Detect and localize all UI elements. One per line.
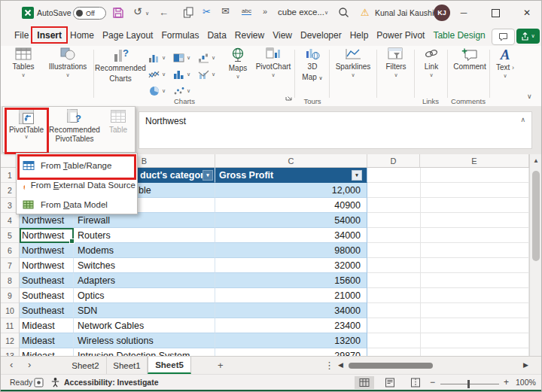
ribbon-collapse-chevron[interactable]: ∨ [527,93,532,100]
combo-chart-button[interactable]: ∨ [198,67,221,81]
quick-access-overflow[interactable]: » [263,8,267,16]
cell-value[interactable]: 32000 [215,258,367,273]
row-number[interactable]: 9 [1,288,20,303]
cell-product[interactable]: Wireless solutions [74,333,215,348]
histogram-chart-button[interactable]: ∨ [173,67,196,81]
maximize-button[interactable] [486,5,505,20]
tab-table-design[interactable]: Table Design [433,30,485,41]
charts-dialog-launcher[interactable] [285,94,292,101]
cell-region[interactable]: Mideast [20,333,74,348]
cell-value[interactable]: 40900 [215,198,367,213]
cell-value[interactable]: 13200 [215,333,367,348]
recommended-charts-button[interactable]: ? Recommended Charts [96,47,145,96]
column-chart-button[interactable]: ∨ [148,50,171,65]
waterfall-chart-button[interactable]: ∨ [198,50,221,65]
cell-product[interactable]: Switches [74,258,215,273]
sheetbar-more-icon[interactable]: ⋮ [324,360,334,371]
sheet-nav-right[interactable]: › [28,359,31,370]
menu-item-from-external-source[interactable]: From External Data Source [18,175,136,195]
row-number[interactable]: 5 [1,228,20,243]
maps-button[interactable]: Maps ∨ [224,47,252,96]
header-cell-profit[interactable]: Gross Profit ▾ [215,168,367,183]
copy-button[interactable] [183,7,194,18]
menu-item-from-data-model[interactable]: From Data Model [18,195,136,214]
cell-value[interactable]: 15600 [215,273,367,288]
undo-dropdown-chevron[interactable]: ∨ [145,11,149,16]
row-number[interactable]: 4 [1,213,20,228]
accessibility-status[interactable]: Accessibility: Investigate [64,378,158,387]
share-button[interactable]: ∨ [516,29,540,44]
cell-region[interactable]: Northwest [20,258,74,273]
document-title[interactable]: cube exce... [278,8,324,17]
autosave-toggle[interactable]: Off [73,7,106,20]
cell-region[interactable]: Southeast [20,288,74,303]
mail-button[interactable]: ✉ [221,6,230,16]
filter-button-product[interactable]: ▾ [202,170,213,181]
cell-region[interactable]: Southeast [20,303,74,318]
row-number[interactable]: 12 [1,333,20,348]
cut-button[interactable]: ✂ [202,6,211,17]
column-header-c[interactable]: C [215,154,367,167]
recommended-pivottables-button[interactable]: ? Recommended PivotTables [50,108,99,150]
cell-product[interactable]: Optics [74,288,215,303]
text-button[interactable]: A Text › ∨ [492,47,519,96]
menu-item-from-table-range[interactable]: From Table/Range [18,156,136,175]
cell-value[interactable]: 23400 [215,318,367,333]
accessibility-checker-button[interactable] [50,377,60,387]
pivottable-button[interactable]: PivotTable ∨ [6,108,47,150]
view-page-break-button[interactable] [406,376,425,389]
back-button[interactable]: ← [159,8,169,17]
row-number[interactable]: 7 [1,258,20,273]
line-chart-button[interactable]: ∨ [148,67,171,81]
vertical-scrollbar[interactable]: ▲ [529,154,542,356]
fill-handle[interactable] [69,239,75,244]
tab-power-pivot[interactable]: Power Pivot [376,30,425,41]
pivotchart-button[interactable]: PivotChart ∨ [254,47,293,96]
cell-product[interactable]: Network Cables [74,318,215,333]
cell-region[interactable]: Mideast [20,348,74,356]
undo-button[interactable]: ↺ [133,6,142,17]
cell-value[interactable]: 12,000 [215,183,367,198]
cell-product[interactable]: Intrusion Detection System [74,348,215,356]
cell-product[interactable]: Modems [74,243,215,258]
notification-warning[interactable]: ⚠ [361,7,370,18]
tab-insert[interactable]: Insert [37,30,62,41]
sheet-tab-sheet2[interactable]: Sheet2 [65,357,107,374]
cell-value[interactable]: 98000 [215,243,367,258]
filters-button[interactable]: Filters ∨ [379,47,413,96]
cell-value[interactable]: 34000 [215,303,367,318]
view-normal-button[interactable] [355,376,374,389]
avatar[interactable]: KJ [434,5,450,21]
row-number[interactable]: 6 [1,243,20,258]
macro-record-button[interactable] [34,378,44,387]
spelling-button[interactable]: abc [242,8,251,15]
sheet-tab-sheet1[interactable]: Sheet1 [107,357,148,374]
pie-chart-button[interactable]: ∨ [148,84,171,98]
column-header-e[interactable]: E [420,154,529,167]
tab-review[interactable]: Review [235,30,264,41]
cell-value[interactable]: 29870 [215,348,367,356]
hscroll-right-arrow[interactable]: ▶ [523,361,528,369]
cell-product[interactable]: Routers [74,228,215,243]
treemap-chart-button[interactable]: ∨ [173,50,196,65]
sheet-tab-sheet5[interactable]: Sheet5 [148,357,191,374]
tab-page-layout[interactable]: Page Layout [102,30,153,41]
tab-formulas[interactable]: Formulas [161,30,199,41]
comment-toggle-button[interactable] [492,29,515,45]
zoom-slider-thumb[interactable] [467,380,470,388]
formula-bar-collapse-chevron[interactable]: ∧ [520,116,525,123]
zoom-slider-track[interactable] [440,384,499,384]
tab-home[interactable]: Home [70,30,94,41]
column-header-d[interactable]: D [367,154,420,167]
sheet-nav-left[interactable]: ‹ [10,359,13,370]
tab-developer[interactable]: Developer [300,30,342,41]
cell-region[interactable]: Southeast [20,273,74,288]
formula-bar[interactable]: Northwest ∧ [139,111,532,149]
save-button[interactable] [112,7,124,19]
sparklines-button[interactable]: Sparklines ∨ [332,47,374,96]
zoom-out-button[interactable]: − [430,377,435,387]
cell-product[interactable]: Adapters [74,273,215,288]
filter-button-profit[interactable]: ▾ [352,170,362,181]
row-number[interactable]: 8 [1,273,20,288]
link-button[interactable]: Link ∨ [417,47,446,96]
